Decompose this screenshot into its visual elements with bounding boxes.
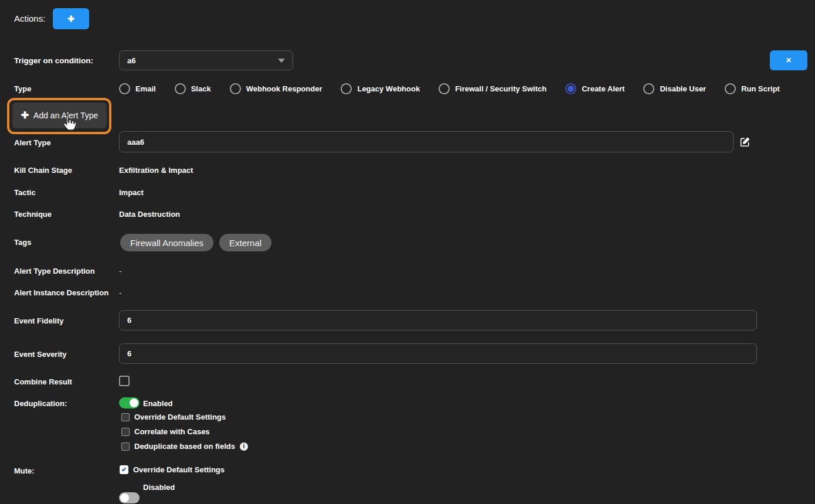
alert-instance-description-label: Alert Instance Description: [14, 288, 108, 297]
alert-type-description-value: -: [119, 267, 121, 275]
actions-label: Actions:: [14, 13, 45, 23]
add-alert-type-highlight: ✚ Add an Alert Type: [7, 98, 111, 134]
tactic-value: Impact: [119, 188, 144, 197]
checked-checkbox-icon: ✔: [120, 465, 128, 474]
tag-external: External: [219, 234, 271, 251]
alert-instance-description-value: -: [119, 288, 121, 297]
toggle-knob: [130, 399, 138, 407]
radio-label: Run Script: [741, 84, 780, 93]
trigger-condition-select[interactable]: a6: [119, 50, 293, 70]
checkbox-label: Correlate with Cases: [134, 427, 210, 436]
radio-circle-icon: [341, 83, 352, 94]
remove-action-button[interactable]: ✕: [770, 50, 807, 70]
event-fidelity-label: Event Fidelity: [14, 316, 64, 325]
radio-circle-icon: [230, 83, 241, 94]
checkbox-label: Deduplicate based on fields: [134, 442, 235, 451]
radio-label: Firewall / Security Switch: [455, 84, 546, 93]
radio-slack[interactable]: Slack: [175, 83, 211, 94]
add-alert-type-button[interactable]: ✚ Add an Alert Type: [12, 103, 107, 128]
plus-icon: ✚: [67, 15, 74, 23]
edit-alert-type-button[interactable]: [740, 137, 751, 149]
checkbox-deduplicate-based-on-fields[interactable]: Deduplicate based on fieldsi: [121, 442, 248, 451]
deduplication-label: Deduplication:: [14, 399, 67, 408]
mute-toggle-label: Disabled: [143, 483, 175, 492]
radio-circle-icon: [175, 83, 186, 94]
tag-firewall-anomalies: Firewall Anomalies: [120, 234, 213, 251]
radio-label: Webhook Responder: [246, 84, 322, 93]
alert-type-label: Alert Type: [14, 138, 51, 147]
checkbox-label: Override Default Settings: [134, 413, 226, 421]
radio-circle-icon: [119, 83, 130, 94]
plus-icon: ✚: [21, 111, 29, 120]
mute-override-checkbox-label: Override Default Settings: [133, 465, 225, 474]
checkbox-correlate-with-cases[interactable]: Correlate with Cases: [121, 427, 248, 436]
event-fidelity-input[interactable]: [119, 310, 757, 331]
mute-toggle[interactable]: [119, 492, 140, 503]
deduplication-checkbox-list: Override Default SettingsCorrelate with …: [121, 413, 248, 451]
radio-circle-icon: [439, 83, 450, 94]
event-severity-input[interactable]: [119, 343, 757, 364]
radio-webhook-responder[interactable]: Webhook Responder: [230, 83, 322, 94]
technique-label: Technique: [14, 210, 52, 219]
check-icon: ✔: [121, 466, 127, 473]
add-action-button[interactable]: ✚: [53, 8, 89, 29]
type-label: Type: [14, 84, 31, 93]
event-severity-label: Event Severity: [14, 350, 67, 359]
radio-label: Create Alert: [582, 84, 624, 93]
radio-run-script[interactable]: Run Script: [725, 83, 780, 94]
radio-legacy-webhook[interactable]: Legacy Webhook: [341, 83, 420, 94]
radio-label: Slack: [191, 84, 211, 93]
alert-type-input[interactable]: [119, 131, 734, 152]
checkbox-icon: [121, 428, 130, 436]
trigger-condition-value: a6: [127, 56, 135, 65]
checkbox-icon: [121, 413, 130, 421]
tactic-label: Tactic: [14, 188, 36, 197]
radio-label: Email: [135, 84, 156, 93]
hand-cursor-icon: [61, 114, 77, 132]
tags-list: Firewall AnomaliesExternal: [120, 234, 271, 251]
combine-result-checkbox[interactable]: [119, 376, 130, 386]
alert-type-description-label: Alert Type Description: [14, 267, 95, 275]
radio-disable-user[interactable]: Disable User: [643, 83, 706, 94]
kill-chain-stage-value: Exfiltration & Impact: [119, 166, 193, 175]
deduplication-toggle-label: Enabled: [143, 399, 173, 408]
type-radio-group: EmailSlackWebhook ResponderLegacy Webhoo…: [119, 82, 780, 95]
toggle-knob: [120, 493, 129, 502]
radio-create-alert[interactable]: Create Alert: [565, 83, 624, 94]
radio-circle-icon: [565, 83, 576, 94]
mute-override-checkbox[interactable]: ✔ Override Default Settings: [120, 465, 225, 474]
mute-label: Mute:: [14, 466, 35, 475]
close-icon: ✕: [786, 57, 792, 64]
edit-icon: [740, 137, 751, 147]
caret-down-icon: [278, 59, 285, 63]
combine-result-label: Combine Result: [14, 377, 72, 386]
deduplication-toggle[interactable]: [119, 397, 140, 408]
checkbox-icon: [121, 442, 130, 451]
radio-firewall-security-switch[interactable]: Firewall / Security Switch: [439, 83, 546, 94]
alert-action-config-panel: Actions: ✚ Trigger on condition: a6 ✕ Ty…: [0, 0, 815, 504]
technique-value: Data Destruction: [119, 210, 180, 219]
tags-label: Tags: [14, 238, 31, 247]
info-icon[interactable]: i: [240, 442, 248, 451]
radio-email[interactable]: Email: [119, 83, 156, 94]
radio-circle-icon: [725, 83, 736, 94]
radio-label: Disable User: [660, 84, 706, 93]
trigger-condition-label: Trigger on condition:: [14, 56, 93, 65]
kill-chain-stage-label: Kill Chain Stage: [14, 166, 72, 175]
radio-circle-icon: [643, 83, 654, 94]
radio-label: Legacy Webhook: [357, 84, 420, 93]
checkbox-override-default-settings[interactable]: Override Default Settings: [121, 413, 248, 421]
